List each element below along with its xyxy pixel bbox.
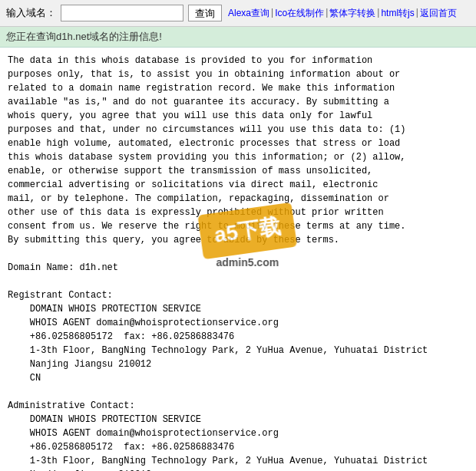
domain-input[interactable] xyxy=(61,5,183,21)
convert-link[interactable]: 繁体字转换 xyxy=(329,7,375,20)
sep3: | xyxy=(377,7,379,20)
status-text: 您正在查询d1h.net域名的注册信息! xyxy=(6,31,162,42)
sep2: | xyxy=(326,7,328,20)
query-button[interactable]: 查询 xyxy=(188,5,222,21)
ico-link[interactable]: Ico在线制作 xyxy=(275,7,324,20)
htmljs-link[interactable]: html转js xyxy=(381,7,414,20)
domain-label: 输入域名： xyxy=(6,6,56,20)
sep4: | xyxy=(416,7,418,20)
toolbar: 输入域名： 查询 Alexa查询 | Ico在线制作 | 繁体字转换 | htm… xyxy=(0,0,476,27)
alexa-link[interactable]: Alexa查询 xyxy=(228,7,269,20)
content-area: The data in this whois database is provi… xyxy=(0,48,476,471)
status-bar: 您正在查询d1h.net域名的注册信息! xyxy=(0,27,476,48)
home-link[interactable]: 返回首页 xyxy=(420,7,457,20)
sep1: | xyxy=(271,7,273,20)
nav-links: Alexa查询 | Ico在线制作 | 繁体字转换 | html转js | 返回… xyxy=(228,7,457,20)
whois-content: The data in this whois database is provi… xyxy=(8,54,468,471)
